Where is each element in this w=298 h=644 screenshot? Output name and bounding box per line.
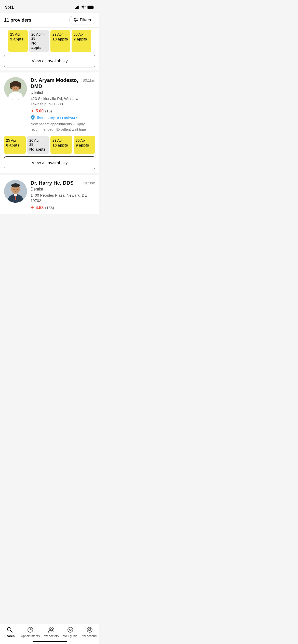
view-all-availability-button-aryam[interactable]: View all availability bbox=[4, 156, 95, 169]
provider-name-aryam: Dr. Aryam Modesto, DMD bbox=[31, 77, 81, 89]
rating-row-harry: ★ 4.58 (136) bbox=[31, 205, 95, 210]
svg-point-29 bbox=[11, 183, 20, 187]
rating-count-harry: (136) bbox=[45, 206, 54, 210]
provider-specialty-harry: Dentist bbox=[31, 187, 95, 192]
svg-rect-27 bbox=[14, 194, 17, 196]
name-distance-row-harry: Dr. Harry He, DDS 48.3km bbox=[31, 180, 95, 186]
provider-tags-aryam: New patient appointments · Highly recomm… bbox=[31, 122, 95, 132]
provider-card-dr-aryam-modesto: Dr. Aryam Modesto, DMD 80.1km Dentist 42… bbox=[0, 72, 99, 173]
status-icons bbox=[75, 6, 94, 9]
slot-aryam-3[interactable]: 30 Apr 9 appts bbox=[74, 136, 95, 154]
slot-3-date: 30 Apr bbox=[74, 32, 89, 36]
slots-row-aryam: 25 Apr 6 appts 26 Apr – 28 No appts 29 A… bbox=[4, 136, 95, 154]
slot-2-appts: 10 appts bbox=[52, 37, 68, 41]
slot-1-appts: No appts bbox=[31, 41, 47, 50]
slot-0[interactable]: 25 Apr 9 appts bbox=[8, 30, 28, 52]
slot-aryam-1-appts: No appts bbox=[29, 147, 47, 151]
rating-value-harry: 4.58 bbox=[36, 206, 44, 210]
svg-point-20 bbox=[13, 86, 15, 87]
svg-point-30 bbox=[13, 189, 15, 190]
slot-aryam-1-date: 26 Apr – 28 bbox=[29, 138, 47, 147]
slot-aryam-3-date: 30 Apr bbox=[76, 138, 93, 142]
svg-point-23 bbox=[20, 87, 21, 88]
slot-3[interactable]: 30 Apr 7 appts bbox=[72, 30, 91, 52]
slot-3-appts: 7 appts bbox=[74, 37, 89, 41]
svg-point-21 bbox=[17, 86, 18, 87]
rating-value-aryam: 5.00 bbox=[36, 109, 44, 113]
svg-point-19 bbox=[18, 83, 21, 89]
slot-0-date: 25 Apr bbox=[10, 32, 26, 36]
provider-details-harry: Dr. Harry He, DDS 48.3km Dentist 1400 Pe… bbox=[31, 180, 95, 210]
slot-aryam-2-date: 29 Apr bbox=[52, 138, 70, 142]
provider-details-aryam: Dr. Aryam Modesto, DMD 80.1km Dentist 42… bbox=[31, 77, 95, 132]
svg-rect-3 bbox=[78, 6, 79, 9]
name-distance-row-aryam: Dr. Aryam Modesto, DMD 80.1km bbox=[31, 77, 95, 89]
slot-aryam-0[interactable]: 25 Apr 6 appts bbox=[4, 136, 26, 154]
svg-point-18 bbox=[10, 83, 13, 89]
battery-icon bbox=[87, 6, 94, 9]
star-icon-aryam: ★ bbox=[31, 109, 34, 113]
provider-card-dr-harry-he: Dr. Harry He, DDS 48.3km Dentist 1400 Pe… bbox=[0, 175, 99, 214]
slot-aryam-0-date: 25 Apr bbox=[6, 138, 24, 142]
svg-point-7 bbox=[74, 18, 75, 19]
status-bar: 9:41 bbox=[0, 0, 99, 13]
slot-2[interactable]: 29 Apr 10 appts bbox=[50, 30, 70, 52]
slot-aryam-2[interactable]: 29 Apr 16 appts bbox=[50, 136, 72, 154]
main-content: 25 Apr 9 appts 26 Apr – 28 No appts 29 A… bbox=[0, 28, 99, 241]
svg-rect-1 bbox=[76, 7, 77, 9]
avatar-aryam bbox=[4, 77, 27, 100]
rating-row-aryam: ★ 5.00 (15) bbox=[31, 109, 95, 113]
slot-aryam-2-appts: 16 appts bbox=[52, 143, 70, 147]
first-provider-card-partial: 25 Apr 9 appts 26 Apr – 28 No appts 29 A… bbox=[0, 28, 99, 70]
provider-name-harry: Dr. Harry He, DDS bbox=[31, 180, 74, 186]
svg-rect-5 bbox=[88, 6, 93, 9]
slot-aryam-0-appts: 6 appts bbox=[6, 143, 24, 147]
providers-count: 11 providers bbox=[4, 18, 31, 23]
status-time: 9:41 bbox=[5, 5, 14, 10]
filters-button[interactable]: Filters bbox=[69, 16, 95, 24]
provider-address-aryam: 423 Sicklerville Rd, Winslow Township, N… bbox=[31, 96, 95, 107]
avatar-harry bbox=[4, 180, 27, 203]
slot-1[interactable]: 26 Apr – 28 No appts bbox=[29, 30, 49, 52]
filters-icon bbox=[74, 18, 78, 22]
slot-0-appts: 9 appts bbox=[10, 37, 26, 41]
header: 11 providers Filters bbox=[0, 13, 99, 28]
slot-1-date: 26 Apr – 28 bbox=[31, 32, 47, 40]
svg-rect-0 bbox=[75, 8, 76, 9]
provider-distance-aryam: 80.1km bbox=[83, 78, 95, 82]
provider-info-aryam: Dr. Aryam Modesto, DMD 80.1km Dentist 42… bbox=[0, 72, 99, 136]
wifi-icon bbox=[81, 6, 86, 9]
provider-distance-harry: 48.3km bbox=[83, 181, 95, 185]
network-row-aryam: See if they're in network bbox=[31, 115, 95, 120]
provider-info-harry: Dr. Harry He, DDS 48.3km Dentist 1400 Pe… bbox=[0, 175, 99, 214]
view-all-availability-button-1[interactable]: View all availability bbox=[4, 55, 95, 67]
provider-specialty-aryam: Dentist bbox=[31, 90, 95, 95]
star-icon-harry: ★ bbox=[31, 205, 34, 210]
slot-aryam-3-appts: 9 appts bbox=[76, 143, 93, 147]
network-link-aryam[interactable]: See if they're in network bbox=[37, 115, 77, 120]
provider-address-harry: 1400 Peoples Plaza, Newark, DE 19702 bbox=[31, 193, 95, 203]
signal-icon bbox=[75, 6, 79, 9]
rating-count-aryam: (15) bbox=[45, 109, 52, 113]
svg-rect-2 bbox=[77, 6, 78, 9]
partial-slots-row: 25 Apr 9 appts 26 Apr – 28 No appts 29 A… bbox=[8, 30, 91, 52]
slot-aryam-1[interactable]: 26 Apr – 28 No appts bbox=[27, 136, 49, 154]
svg-point-22 bbox=[11, 87, 12, 88]
svg-point-11 bbox=[75, 21, 76, 22]
slot-2-date: 29 Apr bbox=[52, 32, 68, 36]
shield-icon-aryam bbox=[31, 115, 35, 120]
filters-label: Filters bbox=[80, 18, 91, 22]
svg-point-31 bbox=[17, 189, 18, 190]
svg-point-9 bbox=[76, 20, 77, 21]
